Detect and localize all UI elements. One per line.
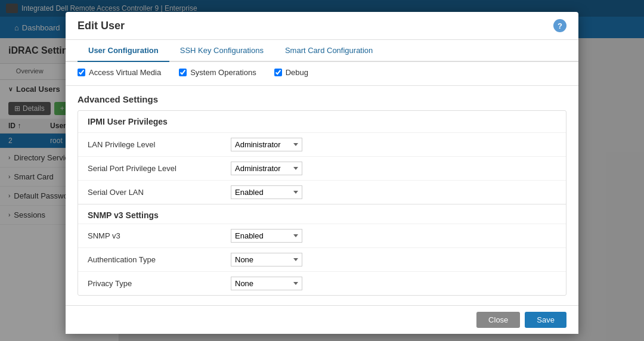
- auth-type-select[interactable]: None MD5 SHA: [231, 253, 302, 266]
- auth-type-control: None MD5 SHA: [231, 253, 302, 266]
- modal-header: Edit User ?: [66, 12, 578, 40]
- modal-body: Access Virtual Media System Operations D…: [66, 62, 578, 305]
- modal-edit-user: Edit User ? User Configuration SSH Key C…: [66, 12, 578, 334]
- tab-ssh-key[interactable]: SSH Key Configurations: [169, 40, 274, 62]
- save-button[interactable]: Save: [525, 312, 566, 328]
- privacy-type-label: Privacy Type: [88, 279, 231, 288]
- snmp-v3-control: Enabled Disabled: [231, 229, 302, 243]
- serial-over-lan-label: Serial Over LAN: [88, 188, 231, 197]
- privacy-type-select[interactable]: None DES AES128: [231, 277, 302, 290]
- form-row-serial-port-privilege: Serial Port Privilege Level Administrato…: [78, 156, 566, 180]
- lan-privilege-label: LAN Privilege Level: [88, 140, 231, 149]
- modal-title: Edit User: [78, 20, 125, 32]
- checkbox-debug[interactable]: Debug: [274, 68, 308, 77]
- modal-overlay: Edit User ? User Configuration SSH Key C…: [0, 0, 644, 341]
- serial-port-label: Serial Port Privilege Level: [88, 164, 231, 173]
- form-row-lan-privilege: LAN Privilege Level Administrator Operat…: [78, 132, 566, 156]
- form-row-privacy-type: Privacy Type None DES AES128: [78, 271, 566, 295]
- form-row-snmp-v3: SNMP v3 Enabled Disabled: [78, 224, 566, 247]
- serial-over-lan-control: Enabled Disabled: [231, 185, 302, 199]
- checkbox-system-operations[interactable]: System Operations: [179, 68, 256, 77]
- lan-privilege-select[interactable]: Administrator Operator User No Access: [231, 138, 302, 151]
- snmp-section-title: SNMP v3 Settings: [78, 204, 566, 224]
- auth-type-label: Authentication Type: [88, 255, 231, 264]
- tab-user-configuration[interactable]: User Configuration: [78, 40, 169, 62]
- checkbox-system-operations-input[interactable]: [179, 69, 187, 76]
- form-row-auth-type: Authentication Type None MD5 SHA: [78, 247, 566, 271]
- checkbox-debug-input[interactable]: [274, 69, 282, 76]
- lan-privilege-control: Administrator Operator User No Access: [231, 138, 302, 151]
- snmp-v3-label: SNMP v3: [88, 231, 231, 240]
- checkbox-access-virtual-media-input[interactable]: [78, 69, 85, 76]
- ipmi-card: IPMI User Privileges LAN Privilege Level…: [78, 110, 566, 296]
- advanced-settings-header: Advanced Settings: [66, 86, 578, 110]
- form-row-serial-over-lan: Serial Over LAN Enabled Disabled: [78, 180, 566, 204]
- serial-port-select[interactable]: Administrator Operator User No Access: [231, 162, 302, 175]
- modal-footer: Close Save: [66, 305, 578, 334]
- checkboxes-row: Access Virtual Media System Operations D…: [66, 62, 578, 86]
- checkbox-access-virtual-media[interactable]: Access Virtual Media: [78, 68, 161, 77]
- privacy-type-control: None DES AES128: [231, 277, 302, 290]
- close-button[interactable]: Close: [476, 312, 520, 328]
- modal-tabs: User Configuration SSH Key Configuration…: [66, 40, 578, 62]
- tab-smart-card[interactable]: Smart Card Configuration: [274, 40, 383, 62]
- ipmi-card-title: IPMI User Privileges: [78, 111, 566, 132]
- serial-over-lan-select[interactable]: Enabled Disabled: [231, 185, 302, 199]
- snmp-v3-select[interactable]: Enabled Disabled: [231, 229, 302, 243]
- serial-port-control: Administrator Operator User No Access: [231, 162, 302, 175]
- help-button[interactable]: ?: [553, 19, 566, 32]
